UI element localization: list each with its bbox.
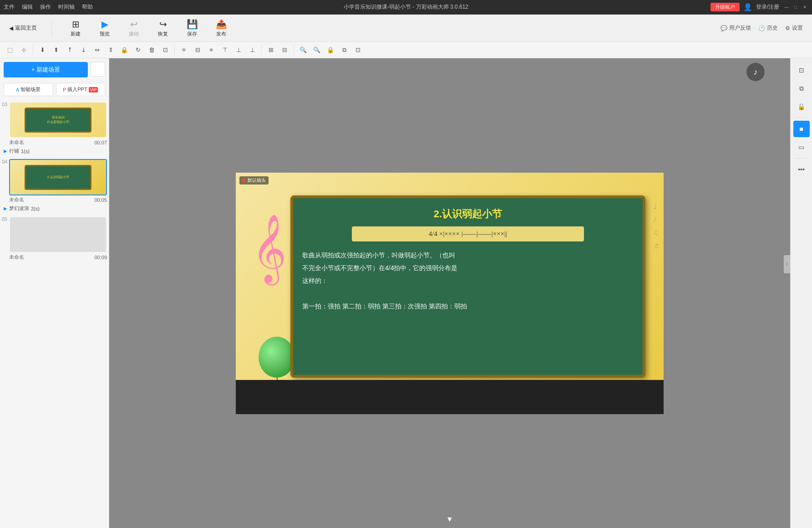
undo-button[interactable]: ↩ 撤销 [125, 19, 143, 37]
minimize-button[interactable]: — [783, 4, 790, 11]
scene-thumbnail-04[interactable]: 2.认识弱起小节 [9, 159, 107, 195]
distribute-h[interactable]: ⇔ [91, 44, 103, 56]
lock[interactable]: 🔒 [118, 44, 131, 56]
settings-button[interactable]: ⚙ 设置 [785, 24, 803, 32]
group[interactable]: ⊞ [264, 44, 277, 56]
maximize-button[interactable]: □ [792, 4, 799, 11]
floating-music-button[interactable]: ♪ [746, 63, 765, 81]
bg-music-notes: ♩♪♫♬ [653, 200, 660, 252]
publish-button[interactable]: 📤 发布 [212, 19, 230, 37]
canvas[interactable]: 默认镜头 𝄞 ♪ ♩♪♫♬ 2.认识弱起小节 4/4 ×|×××× [236, 173, 664, 414]
more-panel-button[interactable]: ••• [793, 161, 810, 178]
menu-file[interactable]: 文件 [4, 3, 15, 11]
more-tools[interactable]: ⊡ [351, 44, 364, 56]
svg-rect-21 [478, 380, 483, 400]
svg-rect-20 [470, 380, 475, 400]
insert-ppt-button[interactable]: P 插入PPT VIP [56, 83, 106, 96]
scene-meta-04: 未命名 00:05 [9, 195, 107, 204]
color-panel-button[interactable]: ■ [793, 121, 810, 137]
ungroup[interactable]: ⊟ [278, 44, 291, 56]
scene-name-05: 未命名 [9, 254, 24, 261]
scene-thumbnail-03[interactable]: 音乐知识什么是弱起小节 [9, 102, 107, 138]
distribute-v[interactable]: ⇕ [104, 44, 117, 56]
login-btn[interactable]: 登录/注册 [756, 3, 779, 11]
svg-rect-34 [626, 380, 631, 400]
save-button[interactable]: 💾 保存 [183, 19, 201, 37]
close-button[interactable]: ✕ [801, 4, 808, 11]
back-label: 返回主页 [15, 24, 37, 32]
redo-button[interactable]: ↪ 恢复 [154, 19, 172, 37]
back-home-btn[interactable]: ◀ 返回主页 [9, 24, 37, 32]
scene-meta-03: 未命名 00:07 [9, 138, 107, 147]
align-center-v[interactable]: ⊟ [191, 44, 204, 56]
scene-name-04: 未命名 [9, 196, 24, 203]
align-down[interactable]: ⬇ [36, 44, 49, 56]
music-note-icon: ♪ [96, 66, 99, 72]
svg-rect-11 [364, 380, 369, 400]
align-bottom[interactable]: ⤓ [77, 44, 90, 56]
copy2[interactable]: ⧉ [338, 44, 350, 56]
piano-keyboard: // Render piano keys inline [236, 380, 664, 414]
feedback-icon: 💬 [721, 25, 727, 31]
menu-timeline[interactable]: 时间轴 [58, 3, 75, 11]
thumb-text-04: 2.认识弱起小节 [47, 175, 69, 179]
align-left[interactable]: ≡ [178, 44, 190, 56]
delete[interactable]: 🗑 [145, 44, 158, 56]
menu-operation[interactable]: 操作 [40, 3, 51, 11]
copy-panel-button[interactable]: ⧉ [793, 80, 810, 97]
app-title: 小学音乐知识微课-弱起小节 - 万彩动画大师 3.0.612 [344, 3, 468, 11]
zoom-in[interactable]: 🔍 [297, 44, 310, 56]
settings-label: 设置 [792, 24, 803, 32]
zoom-out[interactable]: 🔍 [310, 44, 323, 56]
rect-panel-button[interactable]: ▭ [793, 139, 810, 155]
save-icon: 💾 [187, 19, 198, 30]
settings-icon: ⚙ [785, 25, 790, 31]
align-bottom2[interactable]: ⊥ [246, 44, 259, 56]
history-button[interactable]: 🕐 历史 [758, 24, 778, 32]
feedback-button[interactable]: 💬 用户反馈 [721, 24, 751, 32]
expand-arrow[interactable]: ▼ [446, 515, 453, 523]
anim-name-04: 梦幻波浪 [9, 205, 29, 212]
menu-edit[interactable]: 编辑 [22, 3, 33, 11]
music-button[interactable]: ♪ [91, 62, 105, 77]
redo-label: 恢复 [158, 31, 168, 37]
align-right[interactable]: ≡ [205, 44, 218, 56]
new-button[interactable]: ⊞ 新建 [66, 19, 85, 37]
piano-svg [236, 380, 664, 414]
svg-rect-33 [618, 380, 623, 400]
crop[interactable]: ⊡ [159, 44, 172, 56]
screenshot-button[interactable]: ⊡ [793, 62, 810, 78]
rotate[interactable]: ↻ [132, 44, 144, 56]
scene-time-03: 00:07 [94, 140, 107, 145]
svg-rect-22 [495, 380, 500, 400]
panel-expand-handle[interactable]: ‹ [784, 255, 790, 273]
align-top[interactable]: ⤒ [63, 44, 76, 56]
content-line4: 第一拍：强拍 第二拍：弱拍 第三拍：次强拍 第四拍：弱拍 [302, 302, 467, 310]
lock2[interactable]: 🔒 [324, 44, 337, 56]
anim-name-03: 行辅 [9, 148, 19, 154]
smart-scene-button[interactable]: A 智能场景 [4, 83, 53, 96]
svg-rect-10 [355, 380, 360, 400]
svg-rect-5 [298, 380, 303, 400]
select-tool[interactable]: ⬚ [4, 44, 16, 56]
svg-rect-18 [446, 380, 451, 400]
scene-meta-05: 未命名 00:09 [9, 253, 107, 261]
align-middle[interactable]: ⊥ [232, 44, 245, 56]
scene-animation-03[interactable]: ▶ 行辅 1(s) [2, 147, 107, 155]
align-top2[interactable]: ⊤ [218, 44, 231, 56]
treble-clef-decoration: 𝄞 [252, 218, 287, 277]
scene-item-03: 03 音乐知识什么是弱起小节 未命名 00:07 [2, 102, 107, 155]
canvas-area: 默认镜头 𝄞 ♪ ♩♪♫♬ 2.认识弱起小节 4/4 ×|×××× [109, 58, 790, 528]
camera-dot [242, 179, 246, 182]
move-tool[interactable]: ⊹ [17, 44, 30, 56]
new-scene-button[interactable]: + 新建场景 [4, 62, 88, 77]
svg-rect-30 [585, 380, 590, 400]
publish-icon: 📤 [216, 19, 227, 30]
scene-thumbnail-05[interactable] [9, 216, 107, 253]
menu-help[interactable]: 帮助 [82, 3, 93, 11]
scene-animation-04[interactable]: ▶ 梦幻波浪 2(s) [2, 204, 107, 213]
align-up[interactable]: ⬆ [50, 44, 62, 56]
lock-panel-button[interactable]: 🔒 [793, 98, 810, 115]
preview-button[interactable]: ▶ 预览 [96, 19, 114, 37]
upgrade-button[interactable]: 升级账户 [710, 3, 740, 11]
